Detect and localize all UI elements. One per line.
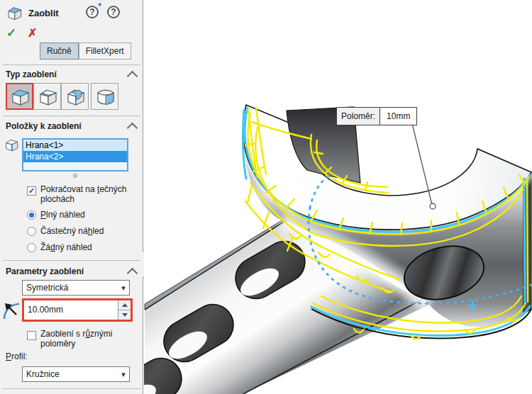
divider	[3, 260, 140, 261]
radius-icon	[2, 300, 22, 323]
fillet-type-buttons	[6, 83, 118, 110]
symmetry-select-value: Symetrická	[23, 283, 118, 293]
variable-size-fillet-button[interactable]	[33, 83, 61, 110]
star-icon: *	[98, 1, 101, 11]
multi-radius-label: Zaoblení s různými poloměry	[40, 329, 137, 349]
partial-preview-radio[interactable]	[27, 227, 36, 236]
face-fillet-icon	[65, 86, 86, 106]
section-title-items: Položky k zaoblení	[6, 121, 82, 131]
dropdown-arrow-icon: ▾	[118, 370, 129, 379]
multi-radius-checkbox[interactable]	[27, 331, 36, 340]
callout-value-field[interactable]: 10mm	[380, 108, 416, 125]
checkmark-icon: ✓	[28, 187, 35, 195]
fillet-feature-icon	[6, 4, 23, 23]
spinner-down-button[interactable]	[118, 310, 131, 320]
full-round-fillet-button[interactable]	[91, 83, 118, 110]
radius-input[interactable]: 10.00mm	[22, 298, 133, 322]
full-preview-radio[interactable]	[27, 210, 36, 220]
edges-listbox[interactable]: Hrana<1> Hrana<2>	[22, 138, 128, 171]
listbox-resize-handle[interactable]	[73, 174, 77, 178]
tangent-propagation-checkbox[interactable]: ✓	[27, 186, 36, 196]
fillet-property-panel: Zaoblit ? * ? ✓ ✗ Ručně FilletXpert Typ …	[0, 0, 143, 394]
list-item-edge2[interactable]: Hrana<2>	[23, 151, 127, 162]
collapse-chevron-icon[interactable]	[127, 71, 138, 82]
profile-label: Profil:	[6, 351, 28, 361]
tangent-propagation-label: Pokračovat na tečných plochách	[40, 184, 137, 204]
divider	[3, 116, 140, 116]
mode-tabs: Ručně FilletXpert	[40, 43, 131, 60]
divider	[3, 388, 140, 389]
whats-new-help-button[interactable]: ? *	[86, 6, 99, 18]
divider	[3, 64, 140, 65]
collapse-chevron-icon[interactable]	[127, 268, 138, 279]
full-round-fillet-icon	[94, 86, 116, 106]
section-title-parameters: Parametry zaoblení	[6, 266, 84, 276]
tab-manual[interactable]: Ručně	[40, 43, 79, 60]
selected-edge-end[interactable]	[524, 179, 525, 303]
radius-value[interactable]: 10.00mm	[24, 300, 118, 320]
graphics-viewport[interactable]: Poloměr: 10mm	[144, 0, 532, 394]
panel-title: Zaoblit	[28, 8, 59, 18]
symmetry-select[interactable]: Symetrická ▾	[22, 280, 130, 296]
full-preview-label: Plný náhled	[40, 210, 85, 220]
face-fillet-button[interactable]	[61, 83, 89, 110]
triangle-up-icon	[122, 303, 128, 307]
profile-select[interactable]: Kružnice ▾	[22, 366, 130, 382]
no-preview-label: Žádný náhled	[40, 242, 92, 252]
partial-preview-label: Částečný náhled	[40, 226, 104, 236]
dropdown-arrow-icon: ▾	[118, 283, 129, 293]
radius-spinner	[118, 300, 131, 320]
list-item-edge1[interactable]: Hrana<1>	[23, 140, 127, 151]
constant-size-fillet-button[interactable]	[6, 83, 33, 110]
help-icon: ?	[89, 7, 94, 17]
solidworks-fillet-ui: { "panel": { "title": "Zaoblit", "tabs":…	[0, 0, 532, 394]
edge-selection-icon	[4, 137, 19, 154]
tab-filletxpert[interactable]: FilletXpert	[79, 43, 131, 60]
spinner-up-button[interactable]	[118, 300, 131, 310]
ok-button[interactable]: ✓	[6, 26, 16, 40]
cancel-button[interactable]: ✗	[28, 26, 37, 40]
help-button[interactable]: ?	[107, 6, 120, 18]
collapse-chevron-icon[interactable]	[127, 123, 138, 134]
help-icon: ?	[111, 7, 116, 17]
profile-select-value: Kružnice	[23, 369, 118, 379]
radius-callout: Poloměr: 10mm	[336, 107, 417, 125]
callout-label: Poloměr:	[337, 108, 380, 125]
section-title-fillet-type: Typ zaoblení	[6, 69, 57, 79]
constant-fillet-icon	[9, 86, 31, 106]
no-preview-radio[interactable]	[27, 243, 36, 252]
triangle-down-icon	[122, 313, 128, 317]
model-scene	[144, 0, 532, 394]
variable-fillet-icon	[37, 86, 58, 106]
